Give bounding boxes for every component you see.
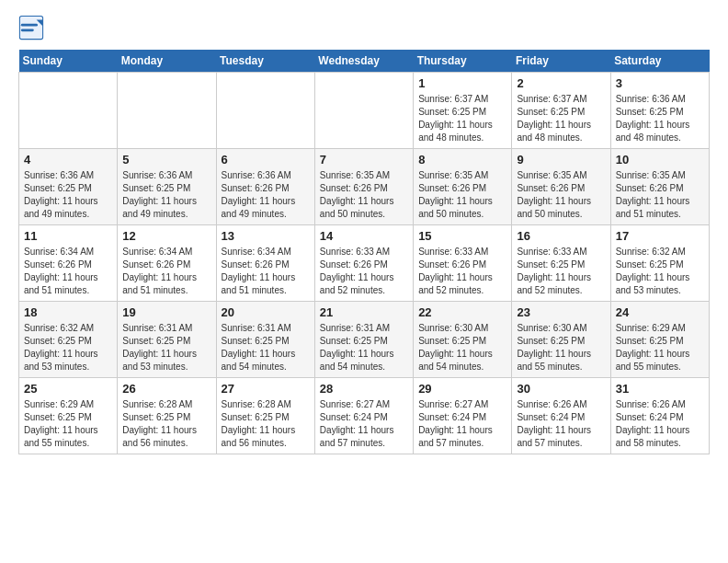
calendar-cell-w1-d1: 5Sunrise: 6:36 AM Sunset: 6:25 PM Daylig… [118, 149, 216, 225]
day-number: 12 [122, 229, 210, 243]
day-number: 1 [418, 76, 506, 90]
day-number: 13 [222, 229, 310, 243]
calendar-cell-w0-d1 [118, 73, 216, 149]
day-info: Sunrise: 6:34 AM Sunset: 6:26 PM Dayligh… [122, 246, 210, 297]
weekday-header-monday: Monday [118, 50, 216, 73]
day-number: 19 [122, 305, 210, 319]
day-info: Sunrise: 6:36 AM Sunset: 6:26 PM Dayligh… [222, 169, 310, 221]
day-info: Sunrise: 6:27 AM Sunset: 6:24 PM Dayligh… [320, 398, 408, 450]
day-number: 9 [517, 153, 605, 167]
day-number: 29 [418, 382, 506, 396]
day-info: Sunrise: 6:27 AM Sunset: 6:24 PM Dayligh… [418, 398, 506, 450]
day-info: Sunrise: 6:32 AM Sunset: 6:25 PM Dayligh… [24, 322, 112, 373]
calendar-cell-w3-d5: 23Sunrise: 6:30 AM Sunset: 6:25 PM Dayli… [512, 302, 610, 378]
day-number: 2 [517, 76, 605, 90]
day-number: 17 [616, 229, 704, 243]
calendar-cell-w3-d6: 24Sunrise: 6:29 AM Sunset: 6:25 PM Dayli… [610, 302, 709, 378]
day-number: 11 [24, 229, 112, 243]
day-number: 5 [122, 153, 210, 167]
calendar-cell-w3-d1: 19Sunrise: 6:31 AM Sunset: 6:25 PM Dayli… [118, 302, 216, 378]
day-number: 8 [418, 153, 506, 167]
day-number: 10 [616, 153, 704, 167]
calendar-cell-w1-d6: 10Sunrise: 6:35 AM Sunset: 6:26 PM Dayli… [610, 149, 709, 225]
day-info: Sunrise: 6:34 AM Sunset: 6:26 PM Dayligh… [222, 246, 310, 297]
calendar-cell-w1-d5: 9Sunrise: 6:35 AM Sunset: 6:26 PM Daylig… [512, 149, 610, 225]
day-number: 14 [320, 229, 408, 243]
day-number: 4 [24, 153, 112, 167]
day-info: Sunrise: 6:33 AM Sunset: 6:25 PM Dayligh… [517, 246, 605, 297]
weekday-header-friday: Friday [512, 50, 610, 73]
calendar-cell-w0-d3 [314, 73, 413, 149]
svg-rect-3 [21, 24, 38, 27]
day-number: 15 [418, 229, 506, 243]
day-number: 18 [24, 305, 112, 319]
calendar-cell-w2-d0: 11Sunrise: 6:34 AM Sunset: 6:26 PM Dayli… [19, 225, 118, 302]
day-info: Sunrise: 6:31 AM Sunset: 6:25 PM Dayligh… [320, 322, 408, 373]
day-info: Sunrise: 6:32 AM Sunset: 6:25 PM Dayligh… [616, 246, 704, 297]
day-info: Sunrise: 6:29 AM Sunset: 6:25 PM Dayligh… [616, 322, 704, 373]
weekday-header-saturday: Saturday [610, 50, 709, 73]
calendar-cell-w0-d0 [19, 73, 118, 149]
day-number: 6 [222, 153, 310, 167]
day-number: 3 [616, 76, 704, 90]
day-number: 21 [320, 305, 408, 319]
calendar-cell-w3-d3: 21Sunrise: 6:31 AM Sunset: 6:25 PM Dayli… [314, 302, 413, 378]
calendar-cell-w4-d4: 29Sunrise: 6:27 AM Sunset: 6:24 PM Dayli… [414, 378, 512, 454]
logo-icon [18, 15, 44, 40]
day-info: Sunrise: 6:35 AM Sunset: 6:26 PM Dayligh… [320, 169, 408, 221]
day-info: Sunrise: 6:26 AM Sunset: 6:24 PM Dayligh… [616, 398, 704, 450]
calendar-cell-w3-d0: 18Sunrise: 6:32 AM Sunset: 6:25 PM Dayli… [19, 302, 118, 378]
weekday-header-wednesday: Wednesday [314, 50, 413, 73]
calendar-cell-w2-d6: 17Sunrise: 6:32 AM Sunset: 6:25 PM Dayli… [610, 225, 709, 302]
day-number: 30 [517, 382, 605, 396]
weekday-header-thursday: Thursday [414, 50, 512, 73]
day-info: Sunrise: 6:28 AM Sunset: 6:25 PM Dayligh… [122, 398, 210, 450]
calendar-cell-w2-d1: 12Sunrise: 6:34 AM Sunset: 6:26 PM Dayli… [118, 225, 216, 302]
calendar-cell-w2-d3: 14Sunrise: 6:33 AM Sunset: 6:26 PM Dayli… [314, 225, 413, 302]
day-info: Sunrise: 6:36 AM Sunset: 6:25 PM Dayligh… [24, 169, 112, 221]
svg-rect-1 [19, 16, 42, 39]
calendar-cell-w2-d2: 13Sunrise: 6:34 AM Sunset: 6:26 PM Dayli… [216, 225, 314, 302]
day-info: Sunrise: 6:31 AM Sunset: 6:25 PM Dayligh… [122, 322, 210, 373]
day-number: 27 [222, 382, 310, 396]
day-info: Sunrise: 6:30 AM Sunset: 6:25 PM Dayligh… [517, 322, 605, 373]
calendar-cell-w4-d6: 31Sunrise: 6:26 AM Sunset: 6:24 PM Dayli… [610, 378, 709, 454]
day-number: 25 [24, 382, 112, 396]
day-info: Sunrise: 6:30 AM Sunset: 6:25 PM Dayligh… [418, 322, 506, 373]
day-info: Sunrise: 6:36 AM Sunset: 6:25 PM Dayligh… [616, 93, 704, 144]
day-info: Sunrise: 6:28 AM Sunset: 6:25 PM Dayligh… [222, 398, 310, 450]
day-info: Sunrise: 6:29 AM Sunset: 6:25 PM Dayligh… [24, 398, 112, 450]
calendar-cell-w1-d3: 7Sunrise: 6:35 AM Sunset: 6:26 PM Daylig… [314, 149, 413, 225]
day-number: 7 [320, 153, 408, 167]
calendar-cell-w3-d2: 20Sunrise: 6:31 AM Sunset: 6:25 PM Dayli… [216, 302, 314, 378]
calendar-cell-w1-d2: 6Sunrise: 6:36 AM Sunset: 6:26 PM Daylig… [216, 149, 314, 225]
calendar-cell-w1-d4: 8Sunrise: 6:35 AM Sunset: 6:26 PM Daylig… [414, 149, 512, 225]
day-info: Sunrise: 6:33 AM Sunset: 6:26 PM Dayligh… [418, 246, 506, 297]
day-info: Sunrise: 6:36 AM Sunset: 6:25 PM Dayligh… [122, 169, 210, 221]
day-info: Sunrise: 6:31 AM Sunset: 6:25 PM Dayligh… [222, 322, 310, 373]
day-info: Sunrise: 6:33 AM Sunset: 6:26 PM Dayligh… [320, 246, 408, 297]
day-info: Sunrise: 6:26 AM Sunset: 6:24 PM Dayligh… [517, 398, 605, 450]
day-info: Sunrise: 6:35 AM Sunset: 6:26 PM Dayligh… [418, 169, 506, 221]
calendar-cell-w2-d4: 15Sunrise: 6:33 AM Sunset: 6:26 PM Dayli… [414, 225, 512, 302]
calendar-table: SundayMondayTuesdayWednesdayThursdayFrid… [18, 50, 710, 454]
day-info: Sunrise: 6:37 AM Sunset: 6:25 PM Dayligh… [418, 93, 506, 144]
calendar-cell-w4-d2: 27Sunrise: 6:28 AM Sunset: 6:25 PM Dayli… [216, 378, 314, 454]
svg-rect-4 [21, 29, 34, 31]
logo [18, 15, 48, 40]
weekday-header-tuesday: Tuesday [216, 50, 314, 73]
calendar-cell-w1-d0: 4Sunrise: 6:36 AM Sunset: 6:25 PM Daylig… [19, 149, 118, 225]
calendar-cell-w3-d4: 22Sunrise: 6:30 AM Sunset: 6:25 PM Dayli… [414, 302, 512, 378]
calendar-cell-w4-d0: 25Sunrise: 6:29 AM Sunset: 6:25 PM Dayli… [19, 378, 118, 454]
day-number: 22 [418, 305, 506, 319]
calendar-cell-w0-d6: 3Sunrise: 6:36 AM Sunset: 6:25 PM Daylig… [610, 73, 709, 149]
calendar-cell-w0-d5: 2Sunrise: 6:37 AM Sunset: 6:25 PM Daylig… [512, 73, 610, 149]
calendar-cell-w2-d5: 16Sunrise: 6:33 AM Sunset: 6:25 PM Dayli… [512, 225, 610, 302]
calendar-cell-w4-d1: 26Sunrise: 6:28 AM Sunset: 6:25 PM Dayli… [118, 378, 216, 454]
weekday-header-sunday: Sunday [19, 50, 118, 73]
calendar-cell-w4-d3: 28Sunrise: 6:27 AM Sunset: 6:24 PM Dayli… [314, 378, 413, 454]
calendar-cell-w0-d4: 1Sunrise: 6:37 AM Sunset: 6:25 PM Daylig… [414, 73, 512, 149]
day-info: Sunrise: 6:35 AM Sunset: 6:26 PM Dayligh… [616, 169, 704, 221]
day-number: 23 [517, 305, 605, 319]
day-info: Sunrise: 6:35 AM Sunset: 6:26 PM Dayligh… [517, 169, 605, 221]
